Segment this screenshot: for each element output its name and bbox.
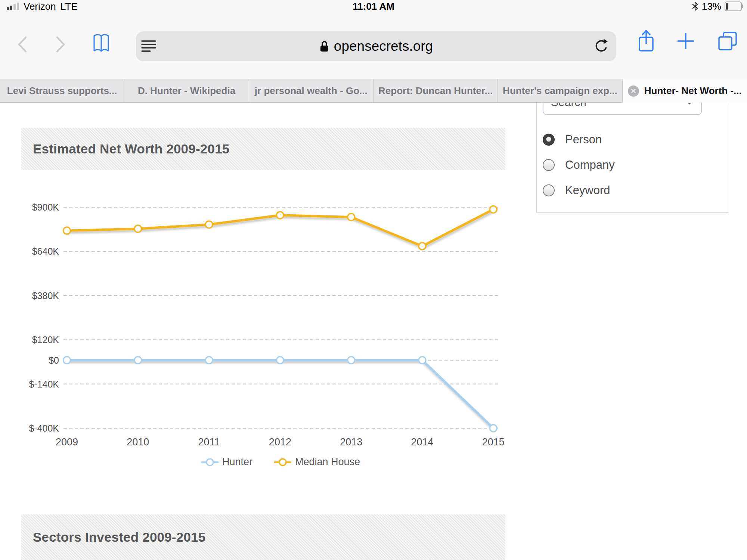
forward-button[interactable] <box>55 36 66 54</box>
data-point[interactable] <box>63 227 71 234</box>
radio-option-company[interactable]: Company <box>543 158 615 172</box>
reload-icon <box>593 38 610 55</box>
url-field[interactable]: opensecrets.org <box>136 31 616 61</box>
y-axis-tick-label: $900K <box>32 202 59 212</box>
radio-button-person[interactable] <box>543 134 555 146</box>
tab-levi-strauss[interactable]: Levi Strauss supports... <box>0 79 124 103</box>
data-point[interactable] <box>134 225 142 232</box>
forward-chevron-icon <box>55 36 66 53</box>
battery-percent-label: 13% <box>702 1 721 12</box>
data-point[interactable] <box>490 425 497 432</box>
address-text: opensecrets.org <box>136 31 616 61</box>
data-point[interactable] <box>205 221 213 228</box>
bluetooth-icon <box>692 1 698 11</box>
series-line-hunter <box>67 360 493 428</box>
tab-hunters-campaign[interactable]: Hunter's campaign exp... <box>498 79 622 103</box>
legend-item-median-house[interactable]: Median House <box>274 456 360 468</box>
radio-label-person[interactable]: Person <box>565 133 602 146</box>
safari-toolbar: opensecrets.org <box>0 13 747 79</box>
reload-button[interactable] <box>593 38 610 56</box>
share-button[interactable] <box>637 29 655 53</box>
y-axis-tick-label: $120K <box>32 335 59 345</box>
open-book-icon <box>93 34 110 53</box>
back-button[interactable] <box>17 36 28 54</box>
back-chevron-icon <box>17 36 28 53</box>
x-axis-tick-label: 2014 <box>411 436 433 448</box>
legend-item-hunter[interactable]: Hunter <box>201 456 252 468</box>
data-point[interactable] <box>419 243 426 250</box>
y-axis-tick-label: $-400K <box>29 423 59 433</box>
tab-d-hunter-wikipedia[interactable]: D. Hunter - Wikipedia <box>124 79 249 103</box>
tab-label: Report: Duncan Hunter... <box>378 85 493 97</box>
tabs-overview-icon <box>718 31 737 51</box>
share-icon <box>637 29 655 52</box>
ipad-safari-screen: $900K$640K$380K$120K$0$-140K$-400K200920… <box>0 0 747 560</box>
x-axis-tick-label: 2010 <box>127 436 149 448</box>
x-axis-tick-label: 2009 <box>56 436 78 448</box>
radio-label-keyword[interactable]: Keyword <box>565 184 610 197</box>
y-axis-tick-label: $0 <box>49 355 59 365</box>
data-point[interactable] <box>63 357 71 364</box>
bookmarks-button[interactable] <box>93 34 110 54</box>
radio-option-keyword[interactable]: Keyword <box>543 183 610 198</box>
data-point[interactable] <box>348 357 355 364</box>
plus-icon <box>677 32 695 50</box>
x-axis-tick-label: 2015 <box>482 436 505 448</box>
data-point[interactable] <box>276 212 283 219</box>
tab-label: Levi Strauss supports... <box>7 85 117 97</box>
tab-label: Hunter's campaign exp... <box>503 85 617 97</box>
legend-label: Median House <box>295 456 360 468</box>
radio-button-company[interactable] <box>543 159 555 171</box>
search-panel: Search Person Company Keyword <box>536 86 728 213</box>
status-bar: Verizon LTE 11:01 AM 13% <box>0 0 747 13</box>
radio-button-keyword[interactable] <box>543 184 555 196</box>
x-axis-tick-label: 2013 <box>340 436 362 448</box>
clock-label: 11:01 AM <box>0 0 747 13</box>
tab-overview-button[interactable] <box>718 31 737 52</box>
y-axis-tick-label: $640K <box>32 246 59 256</box>
data-point[interactable] <box>348 214 355 221</box>
data-point[interactable] <box>205 357 213 364</box>
tab-bar: Levi Strauss supports... D. Hunter - Wik… <box>0 79 747 103</box>
tab-close-icon[interactable]: ✕ <box>628 85 639 97</box>
data-point[interactable] <box>134 357 142 364</box>
tab-hunter-net-worth-active[interactable]: ✕ Hunter- Net Worth -... <box>623 79 747 103</box>
x-axis-tick-label: 2011 <box>198 436 220 448</box>
data-point[interactable] <box>490 206 497 213</box>
legend-label: Hunter <box>222 456 252 468</box>
tab-jr-personal-wealth[interactable]: jr personal wealth - Go... <box>249 79 374 103</box>
chart-legend: HunterMedian House <box>63 456 498 468</box>
tab-label: D. Hunter - Wikipedia <box>138 85 235 97</box>
legend-marker-icon <box>274 457 291 467</box>
new-tab-button[interactable] <box>677 32 695 51</box>
data-point[interactable] <box>419 357 426 364</box>
radio-label-company[interactable]: Company <box>565 158 615 172</box>
legend-marker-icon <box>201 457 218 467</box>
y-axis-tick-label: $380K <box>32 290 59 301</box>
x-axis-tick-label: 2012 <box>269 436 291 448</box>
y-axis-tick-label: $-140K <box>29 379 59 389</box>
tab-label: jr personal wealth - Go... <box>255 85 368 97</box>
radio-option-person[interactable]: Person <box>543 132 602 147</box>
tab-label: Hunter- Net Worth -... <box>644 85 742 97</box>
lock-icon <box>319 40 329 53</box>
url-text: opensecrets.org <box>334 38 433 54</box>
battery-icon <box>725 1 742 11</box>
tab-report-duncan-hunter[interactable]: Report: Duncan Hunter... <box>374 79 498 103</box>
data-point[interactable] <box>276 357 283 364</box>
